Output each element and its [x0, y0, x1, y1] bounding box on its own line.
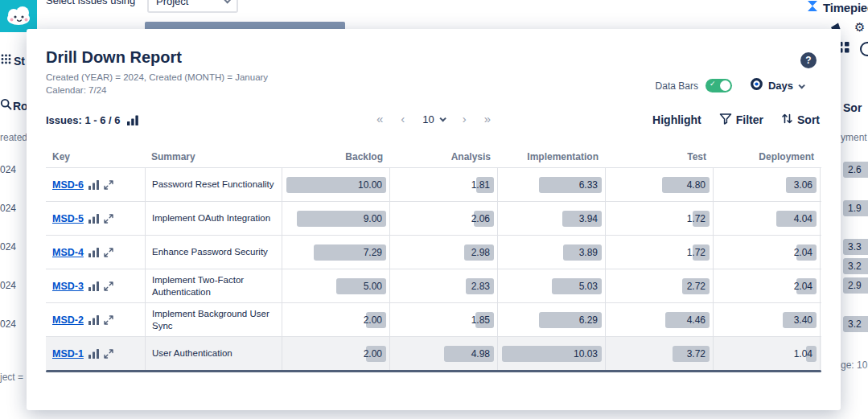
expand-icon[interactable]	[104, 281, 113, 291]
issue-link[interactable]: MSD-2	[52, 314, 84, 326]
deployment-header-fragment: yment	[841, 132, 867, 143]
value-bar-fragment: 3.2	[843, 316, 868, 332]
drill-down-table: KeySummaryBacklogAnalysisImplementationT…	[46, 146, 821, 372]
cell-value: 2.00	[364, 314, 382, 326]
column-header-key[interactable]: Key	[46, 151, 145, 162]
sort-button[interactable]: Sort	[781, 113, 820, 127]
value-cell: 2.06	[389, 202, 497, 235]
value-bar-fragment: 3.3	[843, 239, 868, 255]
mini-bar-chart-icon[interactable]	[88, 214, 99, 224]
chevron-down-icon	[439, 115, 446, 121]
filter-button[interactable]: Filter	[719, 113, 763, 127]
value-cell: 6.29	[497, 303, 605, 336]
first-page-button[interactable]: «	[376, 113, 383, 125]
value-cell: 4.98	[389, 337, 497, 370]
year-cell-fragment: 024	[0, 280, 16, 291]
table-scrollbar[interactable]	[46, 370, 821, 372]
expand-icon[interactable]	[104, 214, 113, 224]
structure-label-fragment: St	[14, 55, 25, 68]
issue-link[interactable]: MSD-5	[52, 213, 84, 224]
year-cell-fragment: 024	[0, 164, 16, 175]
cell-value: 1.81	[471, 179, 490, 191]
timepiece-logo-icon	[806, 0, 819, 15]
expand-icon[interactable]	[104, 180, 113, 190]
table-row: MSD-6Password Reset Functionality10.001.…	[46, 167, 821, 201]
column-header-test[interactable]: Test	[605, 151, 713, 162]
cell-value: 4.98	[471, 348, 490, 359]
app-switcher-grid-icon[interactable]	[1, 53, 11, 68]
expand-icon[interactable]	[104, 349, 113, 359]
key-cell: MSD-4	[46, 236, 145, 269]
value-cell: 2.04	[713, 236, 821, 269]
value-cell: 3.94	[497, 202, 605, 235]
value-cell: 4.04	[713, 202, 821, 235]
issue-link[interactable]: MSD-1	[52, 348, 84, 359]
cell-value: 6.29	[579, 314, 598, 326]
column-header-implementation[interactable]: Implementation	[497, 151, 605, 162]
app-logo-tile[interactable]	[0, 0, 37, 32]
page-size-select[interactable]: 10	[422, 113, 444, 125]
column-header-analysis[interactable]: Analysis	[389, 151, 497, 162]
project-dropdown[interactable]: Project	[147, 0, 238, 13]
key-cell: MSD-1	[46, 337, 145, 370]
prev-page-button[interactable]: ‹	[401, 113, 405, 125]
next-page-button[interactable]: ›	[463, 113, 467, 125]
issue-link[interactable]: MSD-4	[52, 247, 84, 258]
chevron-down-icon[interactable]	[798, 82, 804, 88]
profile-icon[interactable]	[860, 42, 868, 56]
cell-value: 10.00	[358, 179, 382, 191]
drill-down-report-modal: Drill Down Report ? Created (YEAR) = 202…	[27, 29, 841, 410]
mini-bar-chart-icon[interactable]	[88, 248, 99, 257]
summary-cell: Implement Two-Factor Authentication	[145, 269, 282, 302]
search-icon[interactable]	[0, 98, 12, 113]
cell-value: 4.04	[794, 213, 812, 224]
value-cell: 9.00	[282, 202, 389, 235]
toggle-knob	[720, 80, 730, 91]
data-bars-toggle[interactable]: ✓	[706, 79, 732, 92]
value-cell: 10.00	[282, 168, 389, 201]
cell-value: 7.29	[364, 247, 382, 258]
mini-bar-chart-icon[interactable]	[88, 180, 99, 190]
page-footer-fragment: ge: 10.	[841, 359, 868, 371]
column-header-backlog[interactable]: Backlog	[282, 151, 389, 162]
mini-bar-chart-icon[interactable]	[88, 349, 99, 359]
table-row: MSD-3Implement Two-Factor Authentication…	[46, 269, 821, 302]
value-cell: 3.40	[713, 303, 821, 336]
value-cell: 10.03	[497, 337, 605, 370]
cell-value: 3.72	[687, 348, 706, 359]
highlight-button[interactable]: Highlight	[652, 113, 701, 126]
timepiece-logo: Timepiece	[806, 0, 868, 15]
expand-icon[interactable]	[104, 248, 113, 257]
cell-value: 5.00	[364, 281, 382, 292]
issue-link[interactable]: MSD-3	[52, 281, 84, 292]
filter-label: Filter	[736, 113, 763, 126]
mini-bar-chart-icon[interactable]	[88, 281, 99, 291]
cell-value: 3.06	[794, 179, 812, 191]
last-page-button[interactable]: »	[484, 113, 491, 125]
cell-value: 4.80	[687, 179, 706, 191]
summary-cell: Password Reset Functionality	[145, 168, 282, 201]
gear-icon[interactable]: ⚙	[854, 21, 865, 33]
page-size-value: 10	[422, 113, 434, 125]
column-header-summary[interactable]: Summary	[145, 151, 282, 162]
cell-value: 3.89	[579, 247, 598, 258]
value-cell: 4.46	[605, 303, 713, 336]
value-cell: 1.72	[605, 202, 713, 235]
value-cell: 2.00	[282, 303, 389, 336]
report-calendar-line: Calendar: 7/24	[46, 85, 106, 95]
page-title: Drill Down Report	[46, 48, 182, 67]
unit-selector-value[interactable]: Days	[768, 80, 793, 92]
expand-icon[interactable]	[104, 315, 113, 325]
value-cell: 1.85	[389, 303, 497, 336]
sort-label: Sort	[797, 113, 820, 126]
mini-bar-chart-icon[interactable]	[88, 315, 99, 325]
value-cell: 3.06	[713, 168, 821, 201]
unit-target-icon	[750, 77, 763, 94]
help-button[interactable]: ?	[800, 52, 817, 68]
cell-value: 6.33	[579, 179, 598, 191]
column-header-deployment[interactable]: Deployment	[713, 151, 821, 162]
sort-label-fragment: Sor	[843, 101, 862, 114]
table-body: MSD-6Password Reset Functionality10.001.…	[46, 167, 821, 370]
chart-view-icon[interactable]	[127, 115, 138, 125]
issue-link[interactable]: MSD-6	[52, 179, 84, 191]
